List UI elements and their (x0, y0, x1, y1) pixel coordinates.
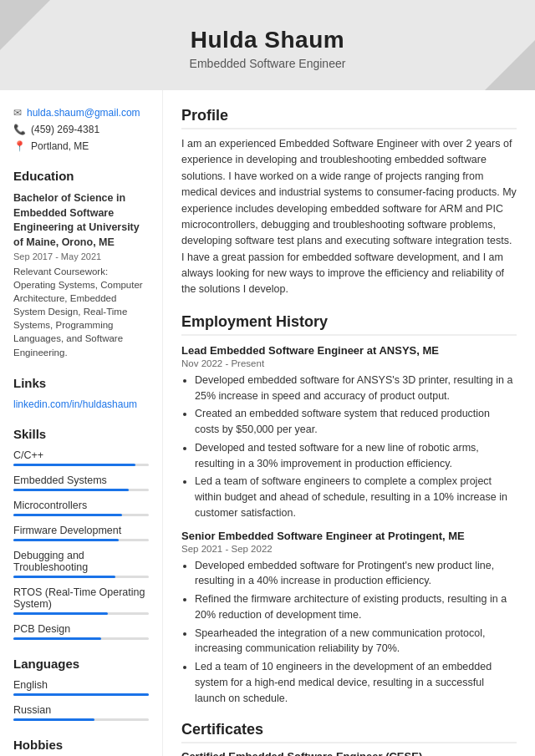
skill-bar-fill (13, 637, 101, 640)
languages-list: English Russian (13, 679, 149, 721)
certificates-title: Certificates (181, 721, 517, 743)
employment-title: Employment History (181, 313, 517, 336)
certificates-section: Certificates Certified Embedded Software… (181, 721, 517, 756)
sidebar: ✉ hulda.shaum@gmail.com 📞 (459) 269-4381… (0, 90, 163, 756)
languages-section: Languages English Russian (13, 657, 149, 721)
location-value: Portland, ME (31, 140, 89, 152)
education-coursework: Relevant Coursework: Operating Systems, … (13, 265, 149, 359)
location-icon: 📍 (13, 140, 26, 152)
skill-bar-fill (13, 514, 122, 516)
candidate-name: Hulda Shaum (17, 27, 518, 53)
email-icon: ✉ (13, 107, 22, 119)
location-item: 📍 Portland, ME (13, 140, 149, 152)
content: Profile I am an experienced Embedded Sof… (163, 90, 535, 756)
skills-title: Skills (13, 427, 149, 441)
contact-section: ✉ hulda.shaum@gmail.com 📞 (459) 269-4381… (13, 107, 149, 152)
job-title: Lead Embedded Software Engineer at ANSYS… (181, 344, 517, 357)
phone-item: 📞 (459) 269-4381 (13, 124, 149, 135)
hobbies-section: Hobbies Woodworking (13, 738, 149, 756)
skill-item: C/C++ (13, 449, 149, 466)
job-bullet: Led a team of 10 engineers in the develo… (195, 659, 517, 706)
skill-bar (13, 576, 149, 578)
main-layout: ✉ hulda.shaum@gmail.com 📞 (459) 269-4381… (0, 90, 535, 756)
job-date: Sep 2021 - Sep 2022 (181, 544, 517, 554)
language-bar-fill (13, 693, 149, 696)
phone-value: (459) 269-4381 (31, 124, 99, 135)
job-entry: Lead Embedded Software Engineer at ANSYS… (181, 344, 517, 521)
skill-bar (13, 464, 149, 466)
skill-bar-fill (13, 464, 135, 466)
language-item: English (13, 679, 149, 696)
job-entry: Senior Embedded Software Engineer at Pro… (181, 530, 517, 707)
job-date: Nov 2022 - Present (181, 358, 517, 368)
certs-list: Certified Embedded Software Engineer (CE… (181, 750, 517, 756)
job-bullet: Spearheaded the integration of a new com… (195, 626, 517, 657)
language-bar (13, 693, 149, 696)
job-bullet: Developed embedded software for ANSYS's … (195, 373, 517, 404)
profile-text: I am an experienced Embedded Software En… (181, 136, 517, 298)
language-name: English (13, 679, 149, 691)
skill-bar (13, 539, 149, 541)
skill-name: C/C++ (13, 449, 149, 461)
education-degree: Bachelor of Science in Embedded Software… (13, 191, 149, 250)
education-section: Education Bachelor of Science in Embedde… (13, 169, 149, 359)
skill-item: Embedded Systems (13, 474, 149, 491)
profile-title: Profile (181, 107, 517, 129)
language-bar-fill (13, 718, 94, 721)
language-bar (13, 718, 149, 721)
coursework-label: Relevant Coursework: (13, 266, 108, 277)
cert-name: Certified Embedded Software Engineer (CE… (181, 750, 517, 756)
skill-bar (13, 612, 149, 615)
job-bullet: Refined the firmware architecture of exi… (195, 591, 517, 623)
skill-item: Firmware Development (13, 525, 149, 541)
skill-name: Embedded Systems (13, 474, 149, 486)
jobs-list: Lead Embedded Software Engineer at ANSYS… (181, 344, 517, 707)
header: Hulda Shaum Embedded Software Engineer (0, 0, 535, 90)
skill-bar (13, 489, 149, 491)
skill-bar-fill (13, 576, 115, 578)
skill-name: RTOS (Real-Time Operating System) (13, 586, 149, 610)
coursework-text: Operating Systems, Computer Architecture… (13, 280, 143, 357)
skills-list: C/C++ Embedded Systems Microcontrollers … (13, 449, 149, 640)
job-bullet: Developed embedded software for Protinge… (195, 558, 517, 590)
job-bullet: Created an embedded software system that… (195, 406, 517, 438)
email-value: hulda.shaum@gmail.com (27, 107, 140, 119)
skills-section: Skills C/C++ Embedded Systems Microcontr… (13, 427, 149, 640)
skill-item: PCB Design (13, 623, 149, 640)
skill-item: Microcontrollers (13, 500, 149, 516)
skill-bar (13, 514, 149, 516)
language-name: Russian (13, 704, 149, 716)
skill-name: Firmware Development (13, 525, 149, 536)
skill-bar-fill (13, 612, 108, 615)
skill-bar-fill (13, 539, 119, 541)
job-bullet: Led a team of software engineers to comp… (195, 474, 517, 520)
language-item: Russian (13, 704, 149, 721)
education-date: Sep 2017 - May 2021 (13, 251, 149, 261)
cert-entry: Certified Embedded Software Engineer (CE… (181, 750, 517, 756)
links-title: Links (13, 376, 149, 390)
skill-bar-fill (13, 489, 129, 491)
skill-bar (13, 637, 149, 640)
candidate-title: Embedded Software Engineer (17, 57, 518, 70)
job-bullet: Developed and tested software for a new … (195, 440, 517, 472)
links-section: Links linkedin.com/in/huldashaum (13, 376, 149, 410)
skill-name: PCB Design (13, 623, 149, 635)
skill-item: RTOS (Real-Time Operating System) (13, 586, 149, 615)
languages-title: Languages (13, 657, 149, 671)
email-item[interactable]: ✉ hulda.shaum@gmail.com (13, 107, 149, 119)
job-title: Senior Embedded Software Engineer at Pro… (181, 530, 517, 542)
hobbies-title: Hobbies (13, 738, 149, 752)
job-bullets: Developed embedded software for Protinge… (181, 558, 517, 707)
phone-icon: 📞 (13, 124, 26, 135)
skill-name: Debugging and Troubleshooting (13, 550, 149, 573)
employment-section: Employment History Lead Embedded Softwar… (181, 313, 517, 707)
job-bullets: Developed embedded software for ANSYS's … (181, 373, 517, 521)
skill-name: Microcontrollers (13, 500, 149, 511)
education-title: Education (13, 169, 149, 183)
skill-item: Debugging and Troubleshooting (13, 550, 149, 578)
profile-section: Profile I am an experienced Embedded Sof… (181, 107, 517, 298)
linkedin-link[interactable]: linkedin.com/in/huldashaum (13, 398, 149, 410)
